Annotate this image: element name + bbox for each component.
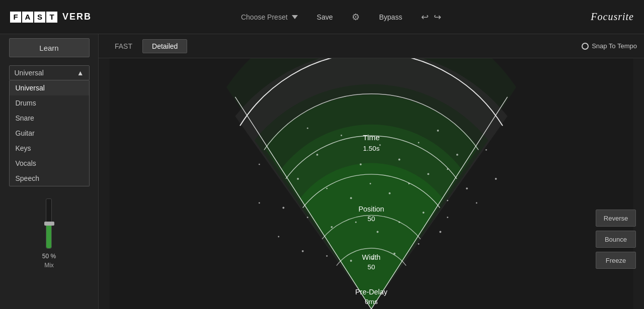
svg-text:50: 50 — [368, 215, 375, 223]
dropdown-header[interactable]: Universal ▲ — [9, 65, 90, 80]
undo-redo: ↩ ↪ — [421, 12, 441, 23]
dropdown-item-vocals[interactable]: Vocals — [10, 156, 89, 171]
preset-label: Choose Preset — [241, 13, 288, 21]
svg-point-21 — [355, 222, 357, 223]
svg-point-42 — [447, 217, 448, 218]
mix-slider-track[interactable] — [46, 198, 52, 249]
svg-point-25 — [447, 200, 448, 201]
preset-selector[interactable]: Choose Preset — [241, 13, 298, 21]
logo-f: F — [10, 12, 21, 23]
svg-point-10 — [297, 178, 299, 180]
dropdown-item-keys[interactable]: Keys — [10, 141, 89, 156]
snap-to-tempo[interactable]: Snap To Tempo — [582, 42, 637, 50]
svg-point-5 — [341, 135, 342, 136]
header-center: Choose Preset Save ⚙ Bypass ↩ ↪ — [92, 11, 591, 23]
dropdown-item-universal[interactable]: Universal — [10, 80, 89, 95]
sidebar: Learn Universal ▲ Universal Drums Snare … — [0, 34, 99, 309]
svg-point-30 — [350, 260, 352, 262]
freeze-button[interactable]: Freeze — [596, 252, 636, 269]
svg-marker-0 — [292, 15, 298, 19]
chevron-down-icon — [292, 15, 298, 19]
svg-text:1.50s: 1.50s — [363, 145, 380, 152]
viz-svg: Time 1.50s Position 50 Width 50 Pre-Dela… — [99, 58, 644, 309]
dropdown-selected: Universal — [15, 69, 44, 77]
svg-point-16 — [427, 173, 429, 175]
mix-area: 50 % Mix — [42, 198, 56, 269]
svg-point-33 — [418, 243, 420, 245]
svg-point-40 — [437, 130, 439, 132]
reverse-button[interactable]: Reverse — [596, 210, 636, 227]
svg-text:Width: Width — [362, 253, 381, 261]
dropdown-item-guitar[interactable]: Guitar — [10, 126, 89, 141]
svg-point-35 — [259, 202, 260, 203]
svg-point-27 — [278, 236, 279, 238]
bounce-button[interactable]: Bounce — [596, 231, 636, 248]
mix-slider-thumb[interactable] — [44, 222, 54, 226]
logo-s: S — [34, 12, 45, 23]
dropdown-arrow-icon: ▲ — [77, 69, 84, 77]
svg-text:Time: Time — [363, 133, 380, 142]
redo-icon[interactable]: ↪ — [434, 12, 441, 23]
dropdown-container: Universal ▲ Universal Drums Snare Guitar… — [9, 65, 90, 186]
header: F A S T VERB Choose Preset Save ⚙ Bypass… — [0, 0, 644, 34]
dropdown-item-speech[interactable]: Speech — [10, 171, 89, 186]
mix-value: 50 % — [42, 253, 56, 260]
svg-point-4 — [316, 154, 318, 156]
svg-point-41 — [307, 128, 308, 129]
svg-point-23 — [398, 222, 400, 223]
dropdown-list: Universal Drums Snare Guitar Keys Vocals… — [9, 80, 90, 186]
svg-text:50: 50 — [368, 263, 375, 271]
svg-point-15 — [408, 183, 410, 184]
focusrite-logo: Focusrite — [591, 11, 634, 23]
svg-point-19 — [307, 217, 308, 218]
svg-point-24 — [423, 212, 425, 214]
content: FAST Detailed Snap To Tempo — [99, 34, 644, 309]
svg-point-38 — [259, 164, 260, 165]
header-right: Focusrite — [591, 11, 634, 23]
dropdown-item-snare[interactable]: Snare — [10, 111, 89, 126]
svg-text:Pre-Delay: Pre-Delay — [355, 288, 388, 296]
tab-detailed[interactable]: Detailed — [142, 39, 187, 53]
logo-box: F A S T — [10, 12, 57, 23]
svg-point-20 — [331, 226, 333, 228]
svg-point-9 — [418, 142, 420, 143]
svg-point-36 — [476, 202, 477, 203]
snap-circle-icon — [582, 43, 589, 50]
logo-a: A — [22, 12, 33, 23]
tab-bar: FAST Detailed Snap To Tempo — [99, 34, 644, 58]
dropdown-item-drums[interactable]: Drums — [10, 95, 89, 111]
svg-point-18 — [282, 207, 284, 209]
svg-point-34 — [439, 231, 441, 233]
logo-container: F A S T VERB — [10, 12, 92, 23]
main: Learn Universal ▲ Universal Drums Snare … — [0, 34, 644, 309]
svg-point-39 — [486, 149, 487, 151]
learn-button[interactable]: Learn — [9, 38, 90, 57]
mix-label: Mix — [44, 262, 54, 269]
logo-verb: VERB — [62, 12, 92, 22]
mix-slider-fill — [46, 224, 51, 248]
svg-point-22 — [377, 231, 379, 233]
svg-point-26 — [466, 187, 468, 189]
svg-point-29 — [326, 255, 328, 257]
svg-text:0ms: 0ms — [365, 298, 378, 305]
save-button[interactable]: Save — [313, 11, 337, 23]
svg-point-37 — [495, 178, 497, 180]
visualizer: Time 1.50s Position 50 Width 50 Pre-Dela… — [99, 58, 644, 309]
svg-point-8 — [398, 159, 400, 161]
svg-text:Position: Position — [358, 205, 384, 213]
tab-fast[interactable]: FAST — [106, 40, 141, 53]
undo-icon[interactable]: ↩ — [421, 12, 429, 23]
svg-point-11 — [326, 188, 328, 189]
svg-point-6 — [360, 163, 362, 165]
svg-point-17 — [447, 168, 448, 170]
bypass-button[interactable]: Bypass — [375, 11, 406, 23]
svg-point-12 — [350, 197, 352, 199]
svg-point-43 — [456, 154, 458, 156]
svg-point-14 — [389, 192, 391, 194]
gear-icon[interactable]: ⚙ — [352, 12, 360, 23]
svg-point-32 — [393, 253, 395, 255]
logo-t: T — [46, 12, 57, 23]
snap-to-tempo-label: Snap To Tempo — [592, 42, 637, 50]
svg-point-13 — [370, 183, 371, 184]
right-buttons: Reverse Bounce Freeze — [596, 210, 636, 269]
